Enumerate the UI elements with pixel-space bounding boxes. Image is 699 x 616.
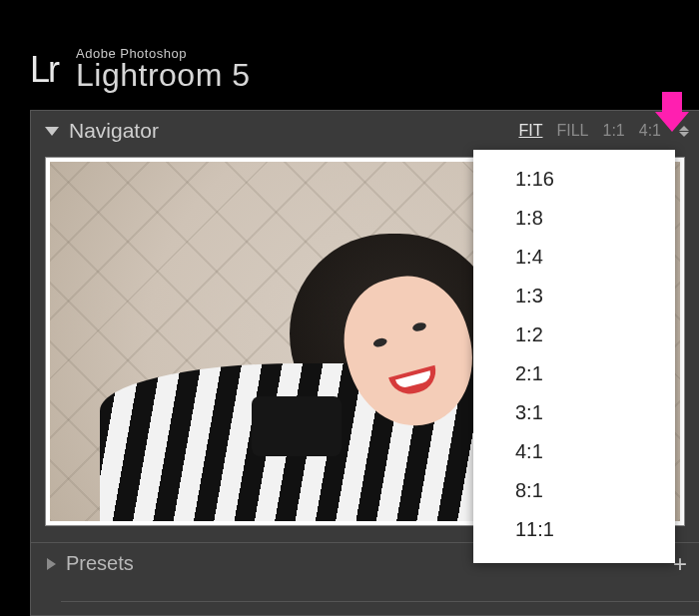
zoom-menu-item[interactable]: 1:2 — [473, 315, 675, 354]
navigator-title: Navigator — [69, 119, 518, 143]
add-preset-button[interactable]: + — [673, 550, 687, 578]
annotation-arrow-icon — [655, 92, 689, 134]
zoom-fill-button[interactable]: FILL — [556, 122, 588, 140]
zoom-fit-button[interactable]: FIT — [518, 122, 542, 140]
panel-bottom-strip — [61, 601, 699, 615]
app-header: Lr Adobe Photoshop Lightroom 5 — [0, 0, 699, 110]
lightroom-logo: Lr — [30, 49, 58, 91]
zoom-menu-item[interactable]: 1:8 — [473, 199, 675, 238]
zoom-menu-item[interactable]: 1:16 — [473, 160, 675, 199]
disclosure-triangle-icon[interactable] — [45, 127, 59, 136]
zoom-menu-item[interactable]: 4:1 — [473, 432, 675, 471]
left-rail — [0, 110, 30, 616]
zoom-menu-item[interactable]: 3:1 — [473, 393, 675, 432]
presets-title: Presets — [66, 552, 134, 575]
zoom-menu-item[interactable]: 8:1 — [473, 471, 675, 510]
navigator-panel-header[interactable]: Navigator FIT FILL 1:1 4:1 — [31, 111, 699, 151]
zoom-menu-item[interactable]: 1:3 — [473, 277, 675, 315]
photo-eye-icon — [411, 321, 427, 332]
photo-mouth-icon — [388, 365, 440, 399]
zoom-ratio-menu[interactable]: 1:16 1:8 1:4 1:3 1:2 2:1 3:1 4:1 8:1 11:… — [473, 150, 675, 563]
brand-text: Adobe Photoshop Lightroom 5 — [76, 46, 250, 94]
photo-eye-icon — [371, 337, 387, 348]
brand-line-bottom: Lightroom 5 — [76, 57, 250, 94]
photo-subject-camera — [252, 396, 342, 456]
zoom-menu-item[interactable]: 11:1 — [473, 510, 675, 549]
disclosure-triangle-collapsed-icon[interactable] — [47, 558, 56, 570]
zoom-menu-item[interactable]: 2:1 — [473, 354, 675, 393]
zoom-menu-item[interactable]: 1:4 — [473, 238, 675, 277]
zoom-1to1-button[interactable]: 1:1 — [603, 122, 625, 140]
